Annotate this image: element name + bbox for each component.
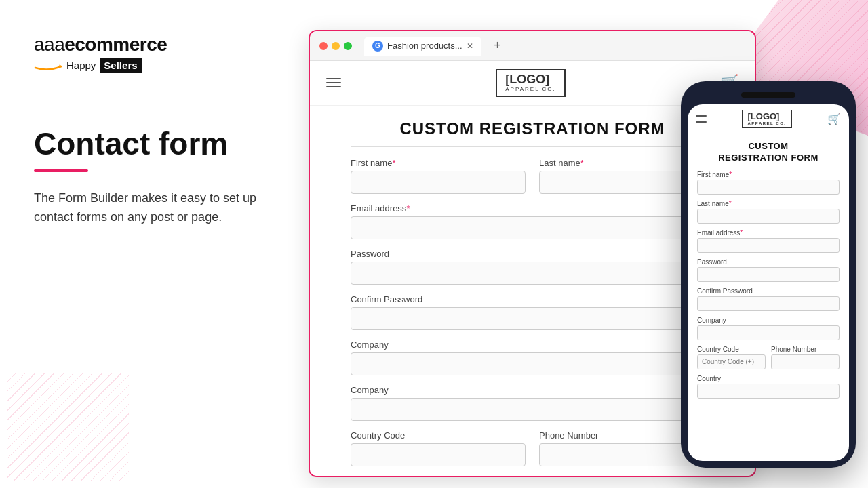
form-title: CUSTOM REGISTRATION FORM (351, 119, 714, 147)
browser-tab[interactable]: G Fashion products... ✕ (364, 37, 481, 56)
tab-label: Fashion products... (387, 41, 462, 51)
phone-company-group: Company (697, 317, 840, 340)
phone-row: Country Code Phone Number (351, 430, 714, 466)
bg-decoration-bottom-left (7, 373, 129, 481)
new-tab-button[interactable]: + (488, 37, 507, 56)
phone-country-code-group: Country Code (697, 346, 766, 369)
heading-underline (34, 169, 88, 172)
confirm-password-group: Confirm Password (351, 294, 714, 330)
tagline-sellers: Sellers (100, 58, 141, 73)
site-logo: [LOGO] APPAREL CO. (496, 69, 565, 97)
company2-row: Company (351, 385, 714, 421)
phone-logo: [LOGO] APPAREL CO. (742, 110, 793, 128)
confirm-password-row: Confirm Password (351, 294, 714, 330)
phone-country-input[interactable] (697, 384, 840, 399)
phone-phone-number-group: Phone Number (771, 346, 840, 369)
country-code-input[interactable] (351, 443, 526, 466)
email-row: Email address* (351, 203, 714, 239)
phone-hamburger-icon[interactable] (696, 115, 707, 123)
phone-country-code-label: Country Code (697, 346, 766, 353)
phone-confirm-password-input[interactable] (697, 296, 840, 311)
password-row: Password (351, 249, 714, 285)
mobile-phone: [LOGO] APPAREL CO. 🛒 CUSTOMREGISTRATION … (681, 81, 856, 468)
country-code-label: Country Code (351, 430, 526, 441)
amazon-smile-icon (34, 61, 62, 70)
brand-main: ecommerce (64, 34, 167, 55)
confirm-password-label: Confirm Password (351, 294, 714, 304)
country-code-group: Country Code (351, 430, 526, 466)
phone-screen: [LOGO] APPAREL CO. 🛒 CUSTOMREGISTRATION … (688, 104, 849, 461)
company2-group: Company (351, 385, 714, 421)
browser-window-controls (319, 42, 352, 50)
first-name-group: First name* (351, 158, 526, 194)
brand-logo: aaaecommerce Happy Sellers (34, 34, 292, 73)
phone-password-group: Password (697, 258, 840, 282)
tagline-happy: Happy (66, 60, 96, 71)
phone-country-group: Country (697, 375, 840, 399)
confirm-password-input[interactable] (351, 307, 714, 330)
company2-label: Company (351, 385, 714, 395)
phone-company-label: Company (697, 317, 840, 324)
first-name-input[interactable] (351, 171, 526, 194)
first-name-label: First name* (351, 158, 526, 168)
company-row: Company (351, 340, 714, 375)
phone-country-label: Country (697, 375, 840, 382)
company2-input[interactable] (351, 398, 714, 421)
browser-titlebar: G Fashion products... ✕ + (310, 31, 755, 61)
page-heading: Contact form (34, 127, 292, 161)
phone-phone-number-label: Phone Number (771, 346, 840, 353)
google-icon: G (372, 41, 383, 52)
phone-confirm-password-label: Confirm Password (697, 287, 840, 295)
phone-last-name-group: Last name* (697, 200, 840, 224)
email-input[interactable] (351, 216, 714, 239)
minimize-button[interactable] (332, 42, 340, 50)
email-label: Email address* (351, 203, 714, 214)
phone-form: CUSTOMREGISTRATION FORM First name* Last… (688, 134, 849, 461)
phone-phone-row: Country Code Phone Number (697, 346, 840, 375)
hamburger-menu-icon[interactable] (326, 78, 341, 87)
phone-password-label: Password (697, 258, 840, 266)
phone-cart-icon[interactable]: 🛒 (827, 113, 841, 125)
phone-phone-number-input[interactable] (771, 354, 840, 369)
maximize-button[interactable] (344, 42, 352, 50)
phone-notch (741, 92, 795, 98)
left-section: aaaecommerce Happy Sellers Contact form … (34, 34, 292, 227)
password-group: Password (351, 249, 714, 285)
phone-confirm-password-group: Confirm Password (697, 287, 840, 311)
name-row: First name* Last name* (351, 158, 714, 194)
password-label: Password (351, 249, 714, 259)
phone-company-input[interactable] (697, 325, 840, 340)
phone-navbar: [LOGO] APPAREL CO. 🛒 (688, 104, 849, 134)
tab-close-icon[interactable]: ✕ (467, 41, 473, 51)
company-label: Company (351, 340, 714, 350)
phone-first-name-group: First name* (697, 171, 840, 195)
phone-last-name-label: Last name* (697, 200, 840, 207)
close-button[interactable] (319, 42, 328, 50)
phone-email-label: Email address* (697, 229, 840, 237)
phone-email-input[interactable] (697, 238, 840, 253)
phone-email-group: Email address* (697, 229, 840, 253)
phone-first-name-label: First name* (697, 171, 840, 178)
brand-prefix: aaa (34, 34, 64, 55)
phone-password-input[interactable] (697, 267, 840, 282)
page-description: The Form Builder makes it easy to set up… (34, 188, 264, 228)
brand-tagline: Happy Sellers (34, 58, 292, 73)
email-group: Email address* (351, 203, 714, 239)
phone-last-name-input[interactable] (697, 209, 840, 224)
phone-form-title: CUSTOMREGISTRATION FORM (697, 141, 840, 164)
phone-first-name-input[interactable] (697, 180, 840, 195)
company-input[interactable] (351, 352, 714, 375)
company-group: Company (351, 340, 714, 375)
password-input[interactable] (351, 262, 714, 285)
phone-country-code-input[interactable] (697, 354, 766, 369)
